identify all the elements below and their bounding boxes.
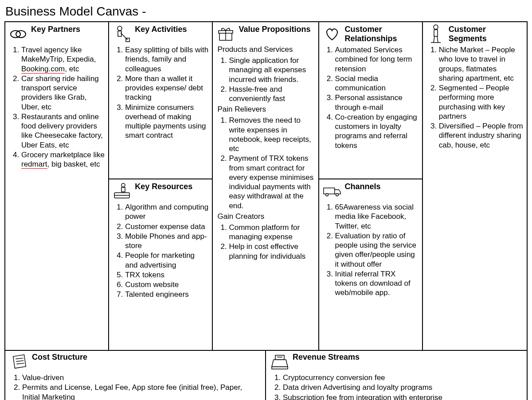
header-channels: Channels [323,182,419,201]
cell-channels: Channels 65Awareness via social media li… [319,179,422,350]
svg-rect-19 [275,355,284,360]
revenue-title: Revenue Streams [293,353,360,362]
value-list-pain: Removes the need to write expenses in no… [216,116,314,210]
cell-segments: Customer Segments Niche Market – People … [423,22,527,350]
resources-list: Algorithm and computing power Customer e… [113,202,208,299]
relationships-title: Customer Relationships [345,25,419,43]
list-item: Talented engineers [125,290,208,299]
svg-point-12 [434,25,438,29]
cell-value: Value Propositions Products and Services… [213,22,318,350]
resources-person-icon [113,182,131,201]
list-item: Automated Services combined for long ter… [335,45,419,74]
segments-list: Niche Market – People who love to travel… [426,45,523,150]
partners-list: Travel agency like MakeMyTrip, Expedia, … [9,45,105,169]
col-partners: Key Partners Travel agency like MakeMyTr… [5,22,109,350]
list-item: Payment of TRX tokens from smart contrac… [229,154,314,210]
value-sub-gain: Gain Creators [217,212,314,221]
svg-point-10 [325,194,328,196]
value-sub-products: Products and Services [217,45,314,54]
cell-cost: Cost Structure Value-driven Permits and … [5,351,266,400]
list-item: Permits and License, Legal Fee, App stor… [22,383,261,400]
worker-icon [113,25,131,43]
list-item: Niche Market – People who love to travel… [439,45,523,83]
list-item: More than a wallet it provides expense/ … [125,74,208,102]
channels-title: Channels [345,182,381,191]
list-item: Subscription fee from integration with e… [283,393,522,400]
cash-register-icon [270,353,289,371]
cell-resources: Key Resources Algorithm and computing po… [109,179,212,350]
resources-title: Key Resources [135,182,192,191]
list-item: Value-driven [22,373,261,382]
col-segments: Customer Segments Niche Market – People … [423,22,527,350]
top-row: Key Partners Travel agency like MakeMyTr… [5,22,527,350]
list-item: Minimize consumers overhead of making mu… [125,103,208,140]
value-title: Value Propositions [239,25,310,34]
list-item: TRX tokens [125,270,208,280]
col-relationships-channels: Customer Relationships Automated Service… [319,22,423,350]
header-relationships: Customer Relationships [323,25,419,43]
activities-list: Easy splitting of bills with friends, fa… [113,45,208,140]
list-item: Grocery marketplace like redmart, big ba… [21,150,105,169]
list-item: Removes the need to write expenses in no… [229,116,314,153]
header-cost: Cost Structure [10,353,261,371]
heart-icon [323,25,341,43]
list-item: Travel agency like MakeMyTrip, Expedia, … [21,45,105,74]
list-item: Segmented – People performing more purch… [439,83,523,121]
svg-line-13 [434,36,434,43]
header-resources: Key Resources [113,182,208,201]
list-item: Easy splitting of bills with friends, fa… [125,45,208,74]
svg-point-3 [121,183,125,187]
list-item: Single application for managing all expe… [229,56,314,84]
channels-list: 65Awareness via social media like Facebo… [323,202,419,298]
cost-list: Value-driven Permits and License, Legal … [10,373,261,400]
list-item: Custom website [125,280,208,289]
header-activities: Key Activities [113,25,208,43]
header-value: Value Propositions [216,25,314,43]
list-item: Co-creation by engaging customers in loy… [335,113,419,150]
svg-point-11 [336,194,338,196]
cost-title: Cost Structure [32,353,87,362]
col-value: Value Propositions Products and Services… [213,22,319,350]
cell-activities: Key Activities Easy splitting of bills w… [109,22,212,179]
list-item: Hassle-free and conveniently fast [229,85,314,104]
list-item: People for marketing and advertising [125,251,208,270]
svg-point-2 [117,26,122,31]
partners-title: Key Partners [31,25,80,34]
cell-partners: Key Partners Travel agency like MakeMyTr… [5,22,108,350]
header-segments: Customer Segments [426,25,523,43]
list-item: Car sharing ride hailing transport servi… [21,74,105,112]
link-rings-icon [9,25,27,43]
revenue-list: Cryptocurrency conversion fee Data drive… [270,373,522,400]
list-item: Help in cost effective planning for indi… [229,242,314,261]
list-item: Social media communication [335,74,419,93]
svg-rect-20 [272,367,288,369]
svg-line-14 [437,36,438,43]
activities-title: Key Activities [135,25,187,34]
list-item: Customer expense data [125,222,208,231]
relationships-list: Automated Services combined for long ter… [323,45,419,150]
cell-relationships: Customer Relationships Automated Service… [319,22,422,179]
document-icon [10,353,28,371]
header-partners: Key Partners [9,25,105,43]
value-sub-pain: Pain Relievers [217,105,314,114]
list-item: Evaluation by ratio of people using the … [335,231,419,269]
bmc-canvas: Key Partners Travel agency like MakeMyTr… [4,21,528,400]
truck-icon [323,182,341,201]
list-item: Cryptocurrency conversion fee [283,373,522,382]
value-list-products: Single application for managing all expe… [216,56,314,103]
header-revenue: Revenue Streams [270,353,522,371]
segments-title: Customer Segments [449,25,523,43]
gift-icon [216,25,235,43]
list-item: 65Awareness via social media like Facebo… [335,202,419,231]
page-title: Business Model Canvas - [5,4,528,19]
value-list-gain: Common platform for managing expense Hel… [216,223,314,261]
bottom-row: Cost Structure Value-driven Permits and … [5,350,527,400]
list-item: Initial referral TRX tokens on download … [335,269,419,298]
list-item: Diversified – People from different indu… [439,121,523,150]
list-item: Common platform for managing expense [229,223,314,242]
list-item: Mobile Phones and app-store [125,232,208,251]
list-item: Restaurants and online food delivery pro… [21,112,105,150]
list-item: Personal assistance through e-mail [335,93,419,112]
svg-rect-9 [324,188,335,194]
person-standing-icon [426,25,445,43]
